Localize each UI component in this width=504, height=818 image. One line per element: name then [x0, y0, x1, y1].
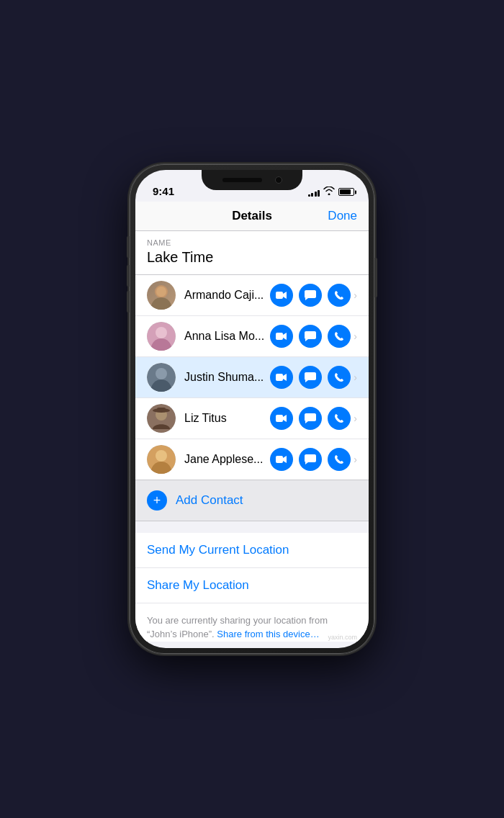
status-icons: [308, 186, 355, 197]
wifi-icon: [323, 186, 335, 197]
chevron-jane: ›: [354, 454, 357, 465]
chevron-justin: ›: [354, 372, 357, 383]
svg-marker-14: [283, 374, 287, 381]
svg-marker-20: [283, 415, 287, 422]
chevron-armando: ›: [354, 289, 357, 301]
svg-point-2: [156, 287, 166, 297]
contact-name-armando: Armando Caji...: [184, 289, 270, 302]
svg-rect-18: [157, 408, 166, 411]
watermark: yaxin.com: [328, 634, 357, 641]
share-location-label: Share My Location: [147, 578, 249, 592]
notch: [202, 170, 302, 190]
phone-screen: 9:41: [135, 170, 369, 648]
name-section: NAME Lake Time: [135, 231, 369, 275]
done-button[interactable]: Done: [321, 209, 357, 223]
chevron-liz: ›: [354, 413, 357, 424]
chevron-anna: ›: [354, 331, 357, 342]
battery-icon: [338, 188, 354, 196]
name-label: NAME: [147, 238, 357, 247]
phone-frame: 9:41: [130, 164, 374, 654]
avatar-jane: [147, 445, 176, 474]
signal-bar-2: [311, 193, 313, 197]
battery-fill: [340, 189, 351, 194]
svg-point-1: [151, 297, 171, 310]
add-contact-icon: +: [147, 490, 167, 511]
share-location-item[interactable]: Share My Location: [135, 568, 369, 603]
svg-rect-13: [276, 374, 283, 381]
camera: [275, 176, 282, 184]
location-section: Send My Current Location Share My Locati…: [135, 533, 369, 642]
contact-name-jane: Jane Applese...: [184, 453, 270, 466]
signal-bars: [308, 188, 320, 197]
content-area: NAME Lake Time Armando Caji...: [135, 231, 369, 642]
message-button-anna[interactable]: [299, 325, 322, 348]
avatar-liz: [147, 404, 176, 433]
contact-name-liz: Liz Titus: [184, 412, 270, 425]
signal-bar-4: [318, 190, 320, 197]
svg-rect-3: [276, 292, 283, 299]
svg-marker-25: [283, 456, 287, 463]
phone-button-justin[interactable]: [328, 366, 351, 389]
svg-point-11: [156, 368, 167, 379]
contact-actions-justin: [270, 366, 351, 389]
add-contact-row[interactable]: + Add Contact: [135, 480, 369, 521]
message-button-liz[interactable]: [299, 407, 322, 430]
nav-title: Details: [183, 209, 321, 223]
speaker: [222, 178, 262, 182]
video-button-justin[interactable]: [270, 366, 293, 389]
signal-bar-1: [308, 194, 310, 197]
contact-actions-armando: [270, 284, 351, 307]
contact-actions-jane: [270, 448, 351, 471]
contact-actions-anna: [270, 325, 351, 348]
contact-row-liz[interactable]: Liz Titus: [135, 398, 369, 439]
video-button-armando[interactable]: [270, 284, 293, 307]
send-location-item[interactable]: Send My Current Location: [135, 533, 369, 568]
contacts-list: Armando Caji...: [135, 275, 369, 480]
svg-point-6: [156, 327, 167, 338]
message-button-jane[interactable]: [299, 448, 322, 471]
avatar-armando: [147, 281, 176, 310]
video-button-anna[interactable]: [270, 325, 293, 348]
message-button-justin[interactable]: [299, 366, 322, 389]
phone-button-anna[interactable]: [328, 325, 351, 348]
phone-button-liz[interactable]: [328, 407, 351, 430]
add-contact-label: Add Contact: [176, 493, 243, 508]
avatar-justin: [147, 363, 176, 392]
svg-marker-9: [283, 333, 287, 340]
video-button-jane[interactable]: [270, 448, 293, 471]
status-time: 9:41: [150, 185, 174, 197]
svg-point-22: [156, 450, 167, 462]
send-location-label: Send My Current Location: [147, 543, 289, 557]
phone-button-jane[interactable]: [328, 448, 351, 471]
nav-bar: Details Done: [135, 202, 369, 231]
contact-row-anna[interactable]: Anna Lisa Mo...: [135, 316, 369, 357]
contact-row-jane[interactable]: Jane Applese...: [135, 439, 369, 480]
phone-button-armando[interactable]: [328, 284, 351, 307]
svg-rect-8: [276, 333, 283, 340]
contact-actions-liz: [270, 407, 351, 430]
contact-row-justin[interactable]: Justin Shuma...: [135, 357, 369, 398]
svg-rect-19: [276, 415, 283, 422]
svg-marker-4: [283, 292, 287, 299]
contact-name-anna: Anna Lisa Mo...: [184, 330, 270, 343]
svg-rect-24: [276, 456, 283, 463]
message-button-armando[interactable]: [299, 284, 322, 307]
video-button-liz[interactable]: [270, 407, 293, 430]
avatar-anna: [147, 322, 176, 351]
contact-name-justin: Justin Shuma...: [184, 371, 270, 384]
signal-bar-3: [315, 192, 317, 197]
location-description: You are currently sharing your location …: [147, 615, 328, 639]
share-from-device-link[interactable]: Share from this device…: [217, 629, 319, 639]
contact-row-armando[interactable]: Armando Caji...: [135, 275, 369, 316]
name-value: Lake Time: [147, 249, 357, 266]
